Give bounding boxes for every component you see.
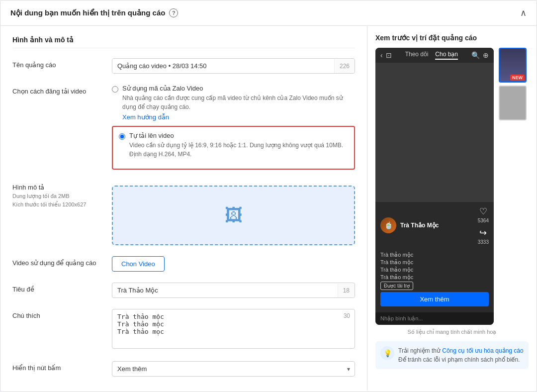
button-select-wrapper: Xem thêm ▾	[112, 361, 355, 377]
like-action[interactable]: ♡ 5364	[478, 206, 489, 223]
video-text-content: Trà thảo mộc Trà thảo mộc Trà thảo mộc T…	[375, 249, 494, 312]
tip-text-prefix: Trải nghiệm thử	[398, 347, 441, 354]
title-control: 18	[112, 283, 355, 298]
user-avatar: 🍵	[380, 217, 396, 233]
comment-placeholder: Nhập bình luận...	[380, 315, 423, 321]
phone-toolbar: ‹ ⊡ Theo dõi Cho bạn 🔍 ⊕	[375, 48, 494, 63]
option2-label: Tự tải lên video	[129, 132, 348, 139]
title-input[interactable]	[112, 283, 338, 297]
tip-link[interactable]: Công cụ tối ưu hóa quảng cáo	[442, 347, 523, 354]
comment-row: Chú thích Trà thảo mộc Trà thảo mộc Trà …	[12, 309, 355, 350]
comment-textarea[interactable]: Trà thảo mộc Trà thảo mộc Trà thảo mọc	[112, 309, 355, 349]
phone-preview: ‹ ⊡ Theo dõi Cho bạn 🔍 ⊕	[375, 48, 494, 325]
desc-line-3: Trà thảo mộc	[380, 267, 489, 273]
option2-radio-group: Tự tải lên video Video cần sử dụng tỷ lệ…	[119, 132, 348, 159]
option1-link[interactable]: Xem hướng dẫn	[122, 113, 169, 121]
form-header: Nội dung bạn muốn hiển thị trên quảng cá…	[0, 0, 537, 26]
thumbnail-list: NEW	[499, 48, 529, 325]
action-icons: ♡ 5364 ↪ 3333	[478, 206, 489, 245]
right-panel: Xem trước vị trí đặt quảng cáo ‹ ⊡ Theo …	[367, 26, 537, 391]
tab-cho-ban[interactable]: Cho bạn	[435, 51, 458, 60]
left-panel: Hình ảnh và mô tả Tên quảng cáo 226 Chọn…	[0, 26, 367, 391]
option2-selected-box: Tự tải lên video Video cần sử dụng tỷ lệ…	[112, 126, 355, 170]
option1-desc: Nhà quảng cáo cần được cung cấp mã video…	[122, 94, 355, 111]
desc-line-1: Trà thảo mộc	[380, 252, 489, 258]
content-area: Hình ảnh và mô tả Tên quảng cáo 226 Chọn…	[0, 26, 537, 391]
header-title-text: Nội dung bạn muốn hiển thị trên quảng cá…	[10, 8, 165, 17]
share-action[interactable]: ↪ 3333	[478, 227, 489, 245]
upload-method-label: Chọn cách đăng tải video	[12, 85, 112, 95]
like-count: 5364	[478, 218, 489, 223]
image-upload-dropzone[interactable]: 🖼	[112, 186, 355, 245]
upload-method-row: Chọn cách đăng tải video Sử dụng mã của …	[12, 85, 355, 170]
ad-name-input[interactable]	[112, 59, 334, 73]
comment-char-count: 30	[344, 312, 350, 319]
desc-line-2: Trà thảo mộc	[380, 259, 489, 266]
desc-line-4: Trà thảo mộc	[380, 274, 489, 281]
thumb-item-2[interactable]	[499, 86, 527, 120]
title-row: Tiêu đề 18	[12, 283, 355, 298]
video-preview-area	[375, 63, 494, 202]
ad-name-input-wrapper: 226	[112, 58, 355, 74]
thumb-item-1[interactable]: NEW	[499, 48, 527, 83]
section-title: Hình ảnh và mô tả	[12, 36, 355, 48]
title-char-count: 18	[338, 284, 355, 297]
preview-title: Xem trước vị trí đặt quảng cáo	[375, 34, 529, 42]
share-count: 3333	[478, 239, 489, 245]
comment-label: Chú thích	[12, 309, 112, 319]
option2-radio[interactable]	[119, 133, 125, 140]
thumb-inner-1: NEW	[500, 49, 526, 82]
help-icon[interactable]: ?	[169, 8, 178, 17]
title-input-wrapper: 18	[112, 283, 355, 298]
toolbar-tabs: Theo dõi Cho bạn	[405, 51, 458, 60]
option1-radio-group: Sử dụng mã của Zalo Video Nhà quảng cáo …	[112, 85, 355, 121]
new-badge: NEW	[510, 75, 525, 81]
button-display-label: Hiển thị nút bấm	[12, 361, 112, 372]
option1-label: Sử dụng mã của Zalo Video	[122, 85, 355, 92]
video-label: Video sử dụng để quảng cáo	[12, 256, 112, 267]
thumb-inner-2	[500, 87, 526, 119]
option2-content: Tự tải lên video Video cần sử dụng tỷ lệ…	[129, 132, 348, 159]
ad-name-control: 226	[112, 58, 355, 74]
back-icon[interactable]: ‹	[380, 51, 383, 59]
upload-icon: 🖼	[225, 205, 243, 226]
user-info-bar: 🍵 Trà Thảo Mộc ♡ 5364 ↪ 3333	[375, 202, 494, 249]
tab-theo-doi[interactable]: Theo dõi	[405, 51, 429, 60]
image-sub1: Dung lượng tối đa 2MB	[12, 193, 112, 199]
header-title-group: Nội dung bạn muốn hiển thị trên quảng cá…	[10, 8, 178, 17]
button-display-row: Hiển thị nút bấm Xem thêm ▾	[12, 361, 355, 377]
more-icon[interactable]: ⊕	[483, 51, 489, 59]
tip-text-content: Trải nghiệm thử Công cụ tối ưu hóa quảng…	[398, 346, 524, 364]
button-display-control: Xem thêm ▾	[112, 361, 355, 377]
bottom-tip: 💡 Trải nghiệm thử Công cụ tối ưu hóa quả…	[375, 341, 529, 369]
preview-container: ‹ ⊡ Theo dõi Cho bạn 🔍 ⊕	[375, 48, 529, 325]
choose-video-button[interactable]: Chon Video	[112, 256, 165, 272]
user-name: Trà Thảo Mộc	[400, 222, 478, 229]
expand-icon[interactable]: ⊡	[386, 51, 392, 59]
title-label: Tiêu đề	[12, 283, 112, 293]
comment-control: Trà thảo mộc Trà thảo mộc Trà thảo mọc 3…	[112, 309, 355, 350]
toolbar-left: ‹ ⊡	[380, 51, 392, 59]
user-info: Trà Thảo Mộc	[400, 222, 478, 229]
collapse-icon[interactable]: ∧	[520, 7, 527, 18]
like-icon: ♡	[479, 206, 487, 217]
sponsored-badge: Được tài trợ	[380, 282, 413, 290]
video-row: Video sử dụng để quảng cáo Chon Video	[12, 256, 355, 272]
xem-them-button[interactable]: Xem thêm	[380, 292, 489, 306]
image-label-group: Hình mô tả Dung lượng tối đa 2MB Kích th…	[12, 181, 112, 208]
image-row: Hình mô tả Dung lượng tối đa 2MB Kích th…	[12, 181, 355, 245]
search-icon[interactable]: 🔍	[471, 51, 480, 59]
image-upload-area[interactable]: 🖼	[112, 181, 355, 245]
option2-desc: Video cần sử dụng tỷ lệ 16:9, 9:16 hoặc …	[129, 141, 348, 159]
ad-name-label: Tên quảng cáo	[12, 58, 112, 69]
upload-options: Sử dụng mã của Zalo Video Nhà quảng cáo …	[112, 85, 355, 170]
image-label: Hình mô tả	[12, 184, 112, 191]
option1-content: Sử dụng mã của Zalo Video Nhà quảng cáo …	[122, 85, 355, 121]
button-select[interactable]: Xem thêm	[112, 361, 355, 377]
video-control: Chon Video	[112, 256, 355, 272]
toolbar-right: 🔍 ⊕	[471, 51, 489, 59]
comment-input-area[interactable]: Nhập bình luận...	[375, 312, 494, 325]
ad-name-row: Tên quảng cáo 226	[12, 58, 355, 74]
image-sub2: Kích thước tối thiểu 1200x627	[12, 201, 112, 208]
option1-radio[interactable]	[112, 86, 118, 93]
